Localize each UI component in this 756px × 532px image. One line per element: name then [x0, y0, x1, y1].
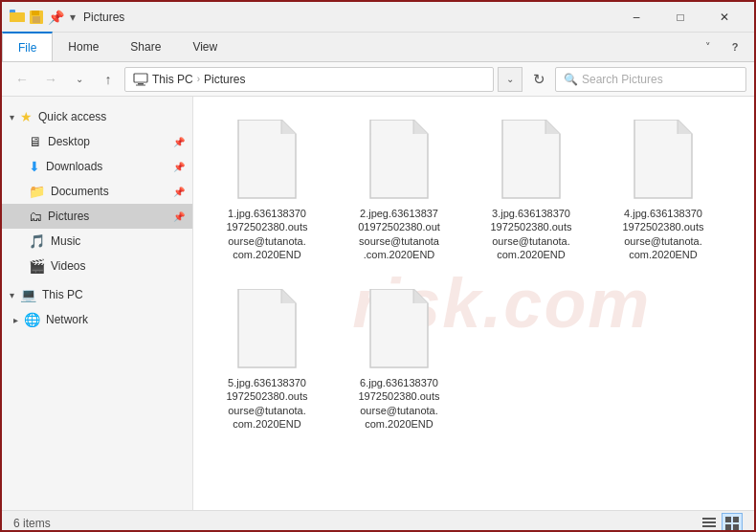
ribbon-collapse-button[interactable]: ˅: [697, 35, 720, 58]
sidebar-item-documents[interactable]: 📁 Documents 📌: [2, 179, 192, 204]
svg-marker-16: [545, 120, 560, 134]
computer-icon: [133, 73, 148, 86]
file-icon-3: [493, 117, 569, 203]
close-button[interactable]: ✕: [702, 2, 746, 33]
pin-icon-documents: 📌: [173, 187, 185, 197]
pin-icon: 📌: [48, 10, 64, 25]
svg-marker-10: [281, 120, 296, 134]
file-name-6: 6.jpg.6361383701972502380.outsourse@tuta…: [358, 376, 439, 431]
sidebar: ▾ ★ Quick access 🖥 Desktop 📌 ⬇ Downloads…: [2, 97, 193, 510]
address-path[interactable]: This PC › Pictures: [124, 67, 494, 92]
path-pictures[interactable]: Pictures: [204, 73, 245, 86]
search-icon: 🔍: [564, 73, 578, 86]
files-grid: 1.jpg.6361383701972502380.outsourse@tuta…: [205, 108, 743, 439]
list-view-button[interactable]: [699, 513, 720, 533]
sidebar-item-music[interactable]: 🎵 Music: [2, 229, 192, 254]
pin-icon-downloads: 📌: [173, 162, 185, 172]
svg-marker-19: [678, 120, 692, 134]
file-name-3: 3.jpg.6361383701972502380.outsourse@tuta…: [490, 207, 571, 261]
file-name-4: 4.jpg.6361383701972502380.outsourse@tuta…: [622, 207, 703, 261]
file-item-4[interactable]: 4.jpg.6361383701972502380.outsourse@tuta…: [601, 108, 725, 270]
nav-dropdown-button[interactable]: ⌄: [67, 67, 92, 92]
search-box[interactable]: 🔍 Search Pictures: [555, 67, 746, 92]
item-count: 6 items: [13, 517, 51, 530]
svg-marker-13: [413, 120, 428, 134]
search-placeholder: Search Pictures: [582, 73, 663, 86]
tab-home[interactable]: Home: [53, 33, 115, 61]
sidebar-item-pictures[interactable]: 🗂 Pictures 📌: [2, 204, 192, 229]
refresh-button[interactable]: ↻: [526, 67, 551, 92]
file-name-1: 1.jpg.6361383701972502380.outsourse@tuta…: [226, 207, 307, 261]
address-bar: ← → ⌄ ↑ This PC › Pictures ⌄ ↻ 🔍 Search …: [2, 62, 754, 97]
pin-icon-pictures: 📌: [173, 211, 185, 222]
sidebar-thispc-label: This PC: [42, 288, 83, 301]
music-icon: 🎵: [29, 233, 45, 249]
sidebar-pictures-label: Pictures: [48, 210, 89, 223]
file-area: risk.com 1.jpg.6361383701972502380.outso…: [193, 97, 754, 510]
svg-rect-4: [32, 11, 39, 15]
ribbon: File Home Share View ˅ ?: [2, 33, 754, 62]
svg-rect-5: [33, 16, 40, 23]
list-view-icon: [701, 516, 717, 531]
title-icon-group: 📌 ▾: [10, 10, 76, 25]
sidebar-quick-access[interactable]: ▾ ★ Quick access: [2, 104, 192, 129]
file-item-3[interactable]: 3.jpg.6361383701972502380.outsourse@tuta…: [469, 108, 593, 270]
save-icon: [29, 10, 44, 25]
sidebar-item-videos[interactable]: 🎬 Videos: [2, 254, 192, 278]
documents-icon: 📁: [29, 184, 45, 199]
file-icon-2: [361, 117, 437, 203]
svg-rect-28: [702, 521, 716, 523]
svg-rect-30: [725, 517, 731, 522]
svg-rect-33: [733, 524, 739, 530]
pin-icon-desktop: 📌: [173, 137, 185, 147]
downloads-icon: ⬇: [29, 159, 40, 174]
svg-rect-6: [134, 74, 147, 82]
file-icon-6: [361, 286, 437, 372]
sidebar-documents-label: Documents: [51, 185, 109, 198]
file-item-5[interactable]: 5.jpg.6361383701972502380.outsourse@tuta…: [205, 277, 329, 439]
address-dropdown-button[interactable]: ⌄: [498, 67, 523, 92]
file-item-1[interactable]: 1.jpg.6361383701972502380.outsourse@tuta…: [205, 108, 329, 270]
minimize-button[interactable]: –: [614, 2, 658, 33]
sidebar-music-label: Music: [51, 234, 80, 248]
window-icon: [10, 10, 25, 25]
desktop-icon: 🖥: [29, 134, 42, 149]
file-icon-4: [625, 117, 701, 203]
quick-access-label: Quick access: [38, 110, 106, 123]
file-icon-5: [229, 286, 305, 372]
forward-button[interactable]: →: [38, 67, 63, 92]
sidebar-item-desktop[interactable]: 🖥 Desktop 📌: [2, 129, 192, 154]
path-sep-1: ›: [197, 74, 200, 84]
sidebar-this-pc[interactable]: ▾ 💻 This PC: [2, 282, 192, 307]
dropdown-arrow[interactable]: ▾: [70, 11, 76, 24]
svg-marker-22: [281, 289, 296, 303]
svg-marker-25: [413, 289, 428, 303]
path-this-pc[interactable]: This PC: [152, 73, 193, 86]
main-content: ▾ ★ Quick access 🖥 Desktop 📌 ⬇ Downloads…: [2, 97, 754, 510]
network-icon: 🌐: [24, 312, 40, 327]
maximize-button[interactable]: □: [658, 2, 702, 33]
file-item-2[interactable]: 2.jpeg.6361383701972502380.outsourse@tut…: [337, 108, 461, 270]
help-button[interactable]: ?: [723, 35, 746, 58]
svg-rect-32: [725, 524, 731, 530]
ribbon-right-controls: ˅ ?: [697, 33, 754, 61]
back-button[interactable]: ←: [10, 67, 34, 92]
title-bar: 📌 ▾ Pictures – □ ✕: [2, 2, 754, 33]
sidebar-item-network[interactable]: ▸ 🌐 Network: [2, 307, 192, 332]
svg-rect-27: [702, 518, 716, 520]
file-item-6[interactable]: 6.jpg.6361383701972502380.outsourse@tuta…: [337, 277, 461, 439]
sidebar-item-downloads[interactable]: ⬇ Downloads 📌: [2, 154, 192, 179]
tab-view[interactable]: View: [177, 33, 233, 61]
tab-file[interactable]: File: [2, 32, 53, 61]
up-button[interactable]: ↑: [96, 67, 121, 92]
window-title: Pictures: [83, 11, 614, 24]
sidebar-videos-label: Videos: [51, 259, 85, 273]
svg-rect-8: [136, 84, 145, 85]
sidebar-network-label: Network: [46, 313, 88, 326]
tab-share[interactable]: Share: [115, 33, 177, 61]
svg-rect-31: [733, 517, 739, 522]
videos-icon: 🎬: [29, 258, 45, 274]
pictures-icon: 🗂: [29, 209, 42, 224]
grid-view-button[interactable]: [722, 513, 743, 533]
file-name-2: 2.jpeg.6361383701972502380.outsourse@tut…: [358, 207, 440, 261]
